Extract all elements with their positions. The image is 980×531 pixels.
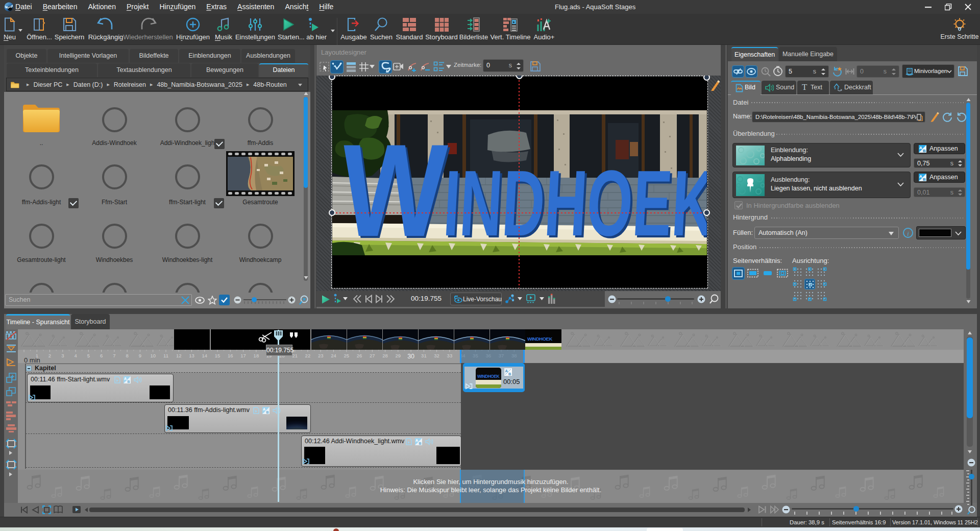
svg-text:B: B [508, 372, 511, 376]
svg-text:B: B [419, 442, 422, 445]
svg-text:31: 31 [421, 353, 427, 358]
svg-text:2: 2 [48, 353, 51, 358]
svg-text:26: 26 [357, 353, 362, 358]
svg-text:A: A [415, 439, 418, 442]
svg-text:A: A [124, 377, 127, 380]
svg-text:27: 27 [370, 353, 375, 358]
svg-text:22: 22 [305, 353, 311, 358]
svg-text:A: A [263, 407, 265, 411]
svg-text:5: 5 [87, 353, 90, 358]
svg-text:4: 4 [74, 353, 77, 358]
svg-text:23: 23 [318, 353, 324, 358]
svg-text:18: 18 [254, 353, 259, 358]
svg-text:6: 6 [100, 353, 103, 358]
svg-text:B: B [923, 177, 926, 181]
svg-text:12: 12 [176, 353, 182, 358]
svg-text:A: A [919, 174, 922, 179]
svg-text:32: 32 [434, 353, 439, 358]
svg-text:A: A [919, 146, 922, 150]
svg-text:25: 25 [344, 353, 350, 358]
svg-text:3: 3 [61, 353, 64, 358]
svg-text:30: 30 [407, 353, 414, 360]
svg-text:9: 9 [139, 353, 141, 358]
svg-text:28: 28 [382, 353, 388, 358]
svg-text:13: 13 [189, 353, 194, 358]
svg-text:16: 16 [228, 353, 233, 358]
svg-text:B: B [266, 411, 269, 414]
svg-text:24: 24 [331, 353, 336, 358]
svg-text:15: 15 [215, 353, 220, 358]
svg-text:B: B [923, 149, 926, 153]
svg-text:14: 14 [202, 353, 208, 358]
svg-text:10: 10 [150, 353, 156, 358]
svg-text:33: 33 [447, 353, 453, 358]
svg-text:8: 8 [126, 353, 129, 358]
svg-text:11: 11 [163, 353, 168, 358]
svg-text:B: B [128, 380, 130, 383]
svg-text:7: 7 [113, 353, 115, 358]
svg-text:17: 17 [240, 353, 246, 358]
svg-text:29: 29 [396, 353, 401, 358]
